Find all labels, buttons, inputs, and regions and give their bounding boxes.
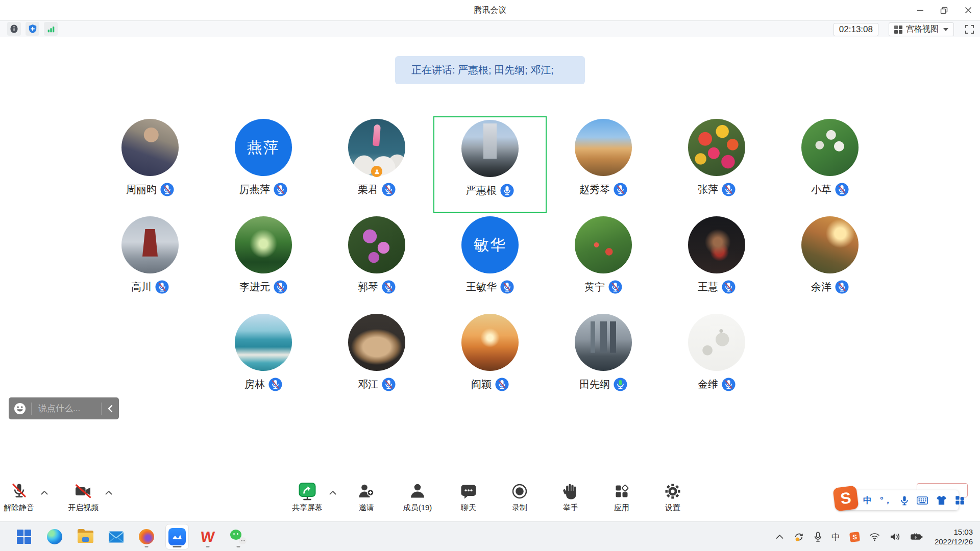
taskbar-app-edge[interactable] [43, 524, 66, 549]
mic-muted-icon[interactable] [382, 378, 396, 391]
record-button[interactable]: 录制 [504, 480, 535, 513]
mic-muted-icon[interactable] [722, 280, 736, 294]
taskbar-app-mail[interactable] [105, 524, 127, 549]
participant-avatar [688, 216, 745, 273]
participant-cell[interactable]: 李进元 [207, 214, 320, 310]
info-icon[interactable] [7, 22, 21, 36]
shield-icon[interactable] [26, 22, 39, 36]
mic-muted-icon[interactable] [268, 378, 282, 391]
participant-cell[interactable]: 敏华王敏华 [433, 214, 547, 310]
video-button[interactable]: 开启视频 [67, 480, 99, 513]
ime-mode-chinese[interactable]: 中 [863, 494, 872, 506]
taskbar-app-wechat[interactable] [227, 524, 250, 549]
mic-muted-icon[interactable] [835, 280, 849, 294]
taskbar-date: 2022/12/26 [935, 537, 973, 546]
mic-muted-icon[interactable] [495, 378, 509, 391]
mic-muted-icon[interactable] [614, 183, 627, 196]
sogou-icon[interactable]: S [850, 532, 860, 542]
wifi-icon[interactable] [869, 533, 880, 541]
quick-chat-bar[interactable]: 说点什么... [9, 397, 119, 419]
participant-avatar-wrap [688, 311, 745, 371]
chevron-up-icon[interactable] [329, 488, 336, 497]
taskbar-app-explorer[interactable] [74, 524, 96, 549]
ime-cn-icon[interactable]: 中 [831, 531, 840, 543]
mic-icon[interactable] [814, 532, 822, 542]
mic-muted-icon[interactable] [722, 378, 736, 391]
participant-name: 张萍 [698, 183, 718, 196]
chat-button[interactable]: 聊天 [453, 480, 484, 513]
chat-input-placeholder[interactable]: 说点什么... [32, 403, 101, 414]
participant-avatar [235, 314, 292, 371]
minimize-button[interactable] [908, 0, 932, 20]
taskbar-app-meeting[interactable] [166, 524, 188, 549]
participant-avatar-wrap [235, 214, 292, 273]
participant-name-line: 郭琴 [358, 280, 396, 294]
mic-muted-icon[interactable] [274, 280, 287, 294]
participant-cell[interactable]: 房林 [207, 311, 320, 408]
tray-expand-icon[interactable] [776, 534, 783, 539]
mic-muted-icon[interactable] [382, 183, 396, 196]
participant-cell[interactable]: 赵秀琴 [547, 116, 660, 213]
mic-muted-icon[interactable] [608, 280, 622, 294]
sogou-logo[interactable]: S [832, 485, 859, 511]
emoji-icon[interactable] [9, 402, 31, 415]
apps-button[interactable]: 应用 [606, 480, 638, 513]
restore-button[interactable] [932, 0, 956, 20]
fullscreen-button[interactable] [964, 24, 975, 35]
grid-view-icon [894, 26, 902, 34]
collapse-chat-icon[interactable] [102, 405, 119, 413]
mic-muted-icon[interactable] [500, 280, 514, 294]
taskbar-app-firefox[interactable] [135, 524, 158, 549]
toolbox-icon[interactable] [955, 495, 965, 505]
close-button[interactable] [956, 0, 980, 20]
participant-cell[interactable]: 燕萍厉燕萍 [207, 116, 320, 213]
participant-name: 赵秀琴 [579, 183, 610, 196]
mic-speaking-icon[interactable] [614, 378, 627, 391]
taskbar-clock[interactable]: 15:03 2022/12/26 [935, 527, 973, 546]
participant-cell[interactable]: 阎颖 [433, 311, 547, 408]
participant-cell[interactable]: 小草 [773, 116, 887, 213]
chevron-up-icon[interactable] [105, 488, 112, 497]
mic-muted-icon[interactable] [722, 183, 736, 196]
participant-cell[interactable]: 余洋 [773, 214, 887, 310]
participant-cell[interactable]: 金维 [660, 311, 773, 408]
running-indicator [145, 546, 149, 547]
skin-icon[interactable] [936, 495, 947, 505]
view-selector[interactable]: 宫格视图 [889, 22, 954, 36]
volume-icon[interactable] [890, 532, 900, 541]
participant-cell[interactable]: 邓江 [320, 311, 433, 408]
participant-cell[interactable]: 田先纲 [547, 311, 660, 408]
participant-cell[interactable]: 周丽昀 [93, 116, 207, 213]
voice-icon[interactable] [900, 495, 909, 506]
participant-cell[interactable]: 严惠根 [433, 116, 547, 213]
members-button[interactable]: 成员(19) [402, 480, 433, 513]
invite-button[interactable]: 邀请 [351, 480, 382, 513]
chevron-up-icon[interactable] [41, 488, 48, 497]
hand-button[interactable]: 举手 [555, 480, 586, 513]
participant-avatar [235, 216, 292, 273]
battery-icon[interactable] [910, 533, 923, 541]
network-quality-icon[interactable] [44, 22, 58, 36]
participant-avatar-wrap [575, 116, 632, 176]
participant-cell[interactable]: 王慧 [660, 214, 773, 310]
sync-icon[interactable] [793, 531, 804, 542]
mic-muted-icon[interactable] [160, 183, 174, 196]
unmute-button[interactable]: 解除静音 [3, 480, 35, 513]
share-button[interactable]: 共享屏幕 [291, 480, 323, 513]
participant-cell[interactable]: 高川 [93, 214, 207, 310]
taskbar-app-start[interactable] [13, 524, 35, 549]
participant-cell[interactable]: 郭琴 [320, 214, 433, 310]
mic-on-icon[interactable] [500, 184, 514, 197]
mic-muted-icon[interactable] [155, 280, 169, 294]
participant-cell[interactable]: 栗君 [320, 116, 433, 213]
windows-taskbar: W 中 S 15:03 2022/12/26 [0, 521, 980, 551]
participant-cell[interactable]: 黄宁 [547, 214, 660, 310]
mic-muted-icon[interactable] [382, 280, 396, 294]
taskbar-app-wps[interactable]: W [197, 524, 219, 549]
keyboard-icon[interactable] [917, 496, 928, 505]
mic-muted-icon[interactable] [274, 183, 287, 196]
participant-cell[interactable]: 张萍 [660, 116, 773, 213]
settings-button[interactable]: 设置 [657, 480, 689, 513]
ime-punctuation[interactable]: °， [880, 494, 892, 506]
mic-muted-icon[interactable] [835, 183, 849, 196]
